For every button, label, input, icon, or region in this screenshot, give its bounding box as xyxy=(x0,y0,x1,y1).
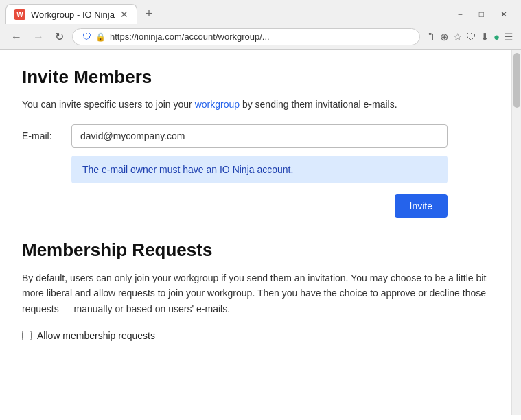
membership-requests-title: Membership Requests xyxy=(22,240,489,261)
shield-toolbar-icon[interactable]: 🛡 xyxy=(466,31,476,43)
reader-icon[interactable]: 🗒 xyxy=(426,31,436,43)
forward-button[interactable]: → xyxy=(30,30,47,45)
invite-members-description: You can invite specific users to join yo… xyxy=(22,97,489,112)
new-tab-button[interactable]: + xyxy=(140,5,159,23)
address-input[interactable]: 🛡 🔒 https://ioninja.com/account/workgrou… xyxy=(72,28,420,45)
back-button[interactable]: ← xyxy=(8,30,25,45)
allow-membership-checkbox[interactable] xyxy=(22,331,32,340)
tab-favicon: W xyxy=(14,9,25,20)
email-form-row: E-mail: xyxy=(22,124,489,148)
allow-membership-row: Allow membership requests xyxy=(22,330,489,341)
profile-icon[interactable]: ● xyxy=(494,31,500,43)
invite-btn-row: Invite xyxy=(22,194,448,218)
url-text: https://ioninja.com/account/workgroup/..… xyxy=(110,32,270,42)
maximize-button[interactable]: □ xyxy=(471,7,492,22)
address-bar: ← → ↻ 🛡 🔒 https://ioninja.com/account/wo… xyxy=(0,24,521,49)
translate-icon[interactable]: ⊕ xyxy=(440,31,449,43)
reload-button[interactable]: ↻ xyxy=(52,29,67,45)
desc-text-2: by sending them invitational e-mails. xyxy=(240,99,397,110)
minimize-button[interactable]: − xyxy=(450,7,471,22)
membership-desc-text: By default, users can only join your wor… xyxy=(22,272,486,314)
scrollbar[interactable] xyxy=(511,50,521,415)
toolbar-icons: 🗒 ⊕ ☆ 🛡 ⬇ ● ☰ xyxy=(426,31,513,43)
info-box: The e-mail owner must have an IO Ninja a… xyxy=(71,156,448,183)
info-text: The e-mail owner must have an IO Ninja a… xyxy=(82,164,293,175)
desc-text-1: You can invite specific users to join yo… xyxy=(22,99,195,110)
bookmark-icon[interactable]: ☆ xyxy=(453,31,462,43)
email-input[interactable] xyxy=(71,124,448,148)
close-button[interactable]: ✕ xyxy=(492,7,516,22)
menu-icon[interactable]: ☰ xyxy=(504,31,513,43)
window-controls: − □ ✕ xyxy=(450,7,516,22)
allow-membership-label: Allow membership requests xyxy=(37,330,155,341)
shield-icon: 🛡 xyxy=(82,32,91,42)
tab-bar: W Workgroup - IO Ninja ✕ + − □ ✕ xyxy=(0,0,521,24)
membership-description: By default, users can only join your wor… xyxy=(22,270,489,316)
page-wrapper: Invite Members You can invite specific u… xyxy=(0,50,521,415)
active-tab[interactable]: W Workgroup - IO Ninja ✕ xyxy=(5,4,137,24)
tab-title: Workgroup - IO Ninja xyxy=(31,10,115,20)
tab-close-button[interactable]: ✕ xyxy=(120,10,128,19)
invite-members-section: Invite Members You can invite specific u… xyxy=(22,67,489,218)
membership-requests-section: Membership Requests By default, users ca… xyxy=(22,240,489,341)
desc-workgroup-link[interactable]: workgroup xyxy=(195,99,240,110)
browser-chrome: W Workgroup - IO Ninja ✕ + − □ ✕ ← → ↻ 🛡… xyxy=(0,0,521,50)
download-icon[interactable]: ⬇ xyxy=(481,31,489,43)
email-label: E-mail: xyxy=(22,130,63,141)
invite-button[interactable]: Invite xyxy=(395,194,448,218)
page-content: Invite Members You can invite specific u… xyxy=(0,50,511,415)
scrollbar-thumb[interactable] xyxy=(513,53,520,108)
invite-members-title: Invite Members xyxy=(22,67,489,88)
lock-icon: 🔒 xyxy=(95,32,106,42)
